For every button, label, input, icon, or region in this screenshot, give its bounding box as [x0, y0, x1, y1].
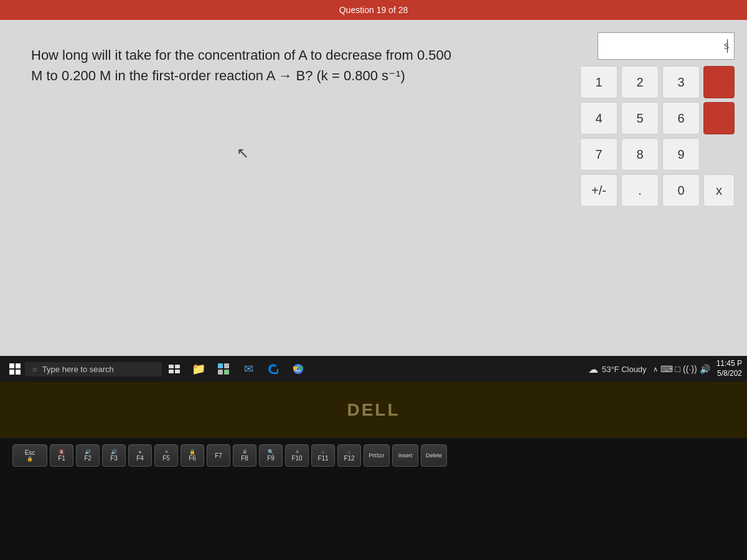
- svg-rect-11: [224, 370, 229, 375]
- svg-rect-0: [9, 363, 14, 368]
- numpad-0[interactable]: 0: [662, 174, 700, 207]
- key-f9[interactable]: 🔍 F9: [259, 444, 283, 467]
- clock-time: 11:45 P: [716, 359, 742, 369]
- numpad-6[interactable]: 6: [662, 102, 700, 134]
- key-f2[interactable]: 🔊 F2: [76, 444, 100, 467]
- weather-text: 53°F Cloudy: [602, 365, 647, 374]
- system-tray: ∧ ⌨ □ ((·)) 🔊: [653, 364, 710, 374]
- question-text: How long will it take for the concentrat…: [31, 45, 542, 86]
- keyboard-icon[interactable]: ⌨: [660, 364, 673, 374]
- dell-logo: DELL: [347, 400, 400, 420]
- numpad-3[interactable]: 3: [662, 66, 700, 98]
- monitor-icon[interactable]: □: [675, 364, 680, 374]
- key-prtscr[interactable]: PrtScr: [364, 444, 390, 467]
- unit-label: s: [724, 40, 729, 52]
- question-area: How long will it take for the concentrat…: [0, 20, 573, 356]
- numpad-9[interactable]: 9: [662, 138, 700, 170]
- numpad-grid: 1 2 3 4 5 6 7 8 9 +/- . 0: [580, 66, 700, 207]
- key-esc[interactable]: Esc 🔒: [12, 444, 47, 467]
- svg-rect-3: [16, 370, 21, 375]
- answer-panel: s 1 2 3 4 5 6 7 8 9 +/- . 0: [573, 20, 747, 356]
- key-f5[interactable]: ☀ F5: [154, 444, 178, 467]
- key-f11[interactable]: ☼ F11: [311, 444, 335, 467]
- key-f6[interactable]: 🔒 F6: [181, 444, 204, 467]
- weather-display[interactable]: ☁ 53°F Cloudy: [588, 363, 647, 375]
- key-f1[interactable]: 🔇 F1: [50, 444, 73, 467]
- chevron-up-icon[interactable]: ∧: [653, 365, 658, 373]
- search-icon: ○: [32, 365, 37, 374]
- numpad-4[interactable]: 4: [580, 102, 618, 134]
- screen: How long will it take for the concentrat…: [0, 20, 747, 356]
- numpad-8[interactable]: 8: [621, 138, 659, 170]
- taskbar-search[interactable]: ○ Type here to search: [25, 362, 162, 376]
- numpad-side-buttons: x: [703, 66, 735, 207]
- keyboard-row-function: Esc 🔒 🔇 F1 🔊 F2 🔊 F3 ● F4 ☀ F5 🔒 F6 F7: [12, 444, 735, 467]
- svg-rect-2: [9, 370, 14, 375]
- numpad-plus-minus[interactable]: +/-: [580, 174, 618, 207]
- svg-rect-9: [224, 363, 229, 368]
- key-f12[interactable]: ☼ F12: [337, 444, 361, 467]
- volume-icon[interactable]: 🔊: [700, 364, 710, 374]
- windows-start-button[interactable]: [5, 359, 25, 379]
- svg-rect-1: [16, 363, 21, 368]
- numpad-container: 1 2 3 4 5 6 7 8 9 +/- . 0 x: [580, 66, 735, 207]
- numpad-red-2[interactable]: [703, 102, 735, 134]
- key-insert[interactable]: Insert: [392, 444, 418, 467]
- keyboard-area: Esc 🔒 🔇 F1 🔊 F2 🔊 F3 ● F4 ☀ F5 🔒 F6 F7: [0, 438, 747, 560]
- task-view-button[interactable]: [164, 359, 184, 379]
- key-f7[interactable]: F7: [207, 444, 230, 467]
- key-f3[interactable]: 🔊 F3: [102, 444, 126, 467]
- clock-date: 5/8/202: [717, 369, 742, 379]
- taskbar-right: ☁ 53°F Cloudy ∧ ⌨ □ ((·)) 🔊 11:45 P 5/8/…: [588, 359, 742, 378]
- dell-area: DELL: [0, 382, 747, 438]
- widgets-icon[interactable]: [212, 357, 235, 381]
- key-delete[interactable]: Delete: [421, 444, 447, 467]
- top-bar: Question 19 of 28: [0, 0, 747, 20]
- question-counter: Question 19 of 28: [339, 5, 408, 15]
- svg-rect-5: [175, 365, 180, 368]
- numpad-1[interactable]: 1: [580, 66, 618, 98]
- numpad-dot[interactable]: .: [621, 174, 659, 207]
- key-f4[interactable]: ● F4: [128, 444, 152, 467]
- system-clock[interactable]: 11:45 P 5/8/202: [716, 359, 742, 378]
- folder-app-icon[interactable]: 📁: [187, 357, 210, 381]
- numpad-red-1[interactable]: [703, 66, 735, 98]
- edge-app-icon[interactable]: [261, 357, 285, 381]
- taskbar: ○ Type here to search 📁 ✉: [0, 356, 747, 382]
- cursor-arrow: ↖: [237, 144, 249, 162]
- svg-rect-4: [169, 365, 174, 368]
- taskbar-app-icons: 📁 ✉: [187, 357, 310, 381]
- svg-rect-10: [218, 370, 223, 375]
- numpad-2[interactable]: 2: [621, 66, 659, 98]
- answer-display[interactable]: s: [598, 32, 735, 60]
- key-f10[interactable]: ☀ F10: [285, 444, 309, 467]
- numpad-5[interactable]: 5: [621, 102, 659, 134]
- key-f8[interactable]: 🖥 F8: [233, 444, 256, 467]
- numpad-7[interactable]: 7: [580, 138, 618, 170]
- svg-rect-8: [218, 363, 223, 368]
- numpad-x-button[interactable]: x: [703, 174, 735, 207]
- svg-rect-6: [169, 370, 174, 373]
- network-icon[interactable]: ((·)): [683, 364, 697, 374]
- numpad-empty: [703, 138, 735, 170]
- mail-app-icon[interactable]: ✉: [237, 357, 260, 381]
- search-placeholder-text: Type here to search: [42, 365, 114, 374]
- svg-rect-7: [175, 370, 180, 373]
- weather-icon: ☁: [588, 363, 598, 375]
- chrome-app-icon[interactable]: [286, 357, 310, 381]
